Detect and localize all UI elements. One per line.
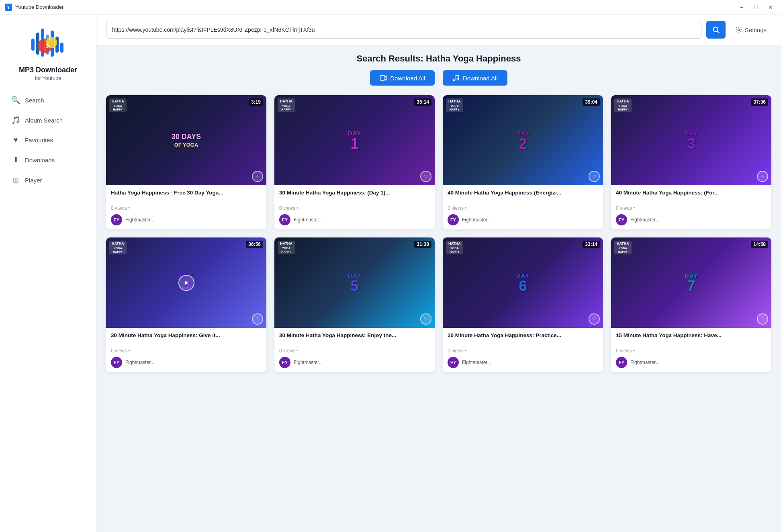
video-card[interactable]: HATHAYOGAHAPPY DAY 3 ♡ 37:36 40 Minute H… (611, 95, 771, 229)
sidebar-item-album-search[interactable]: 🎵 Album Search (5, 111, 91, 129)
video-card[interactable]: HATHAYOGAHAPPY DAY 6 ♡ 33:14 30 Minute H… (443, 237, 603, 372)
card-meta: 0 views • (111, 205, 262, 211)
channel-watermark: ♡ (252, 313, 263, 325)
card-channel: FY Fightmaster... (448, 214, 598, 225)
channel-name: Fightmaster... (125, 217, 155, 223)
video-card[interactable]: HATHAYOGAHAPPY DAY 4 ♡ 36:56 30 Minute H… (106, 237, 266, 372)
card-channel: FY Fightmaster... (616, 357, 767, 368)
app-name: MP3 Downloader (19, 66, 77, 74)
card-channel: FY Fightmaster... (616, 214, 767, 225)
card-title: 40 Minute Hatha Yoga Happiness: (For... (616, 189, 767, 204)
channel-avatar: FY (111, 214, 122, 225)
duration-badge: 31:38 (414, 241, 431, 248)
video-card[interactable]: HATHAYOGAHAPPY DAY 7 ♡ 14:58 15 Minute H… (611, 237, 771, 372)
download-all-music-button[interactable]: Download All (443, 70, 507, 86)
channel-name: Fightmaster... (462, 217, 491, 223)
search-button[interactable] (706, 21, 726, 39)
channel-name: Fightmaster... (462, 360, 491, 365)
video-card[interactable]: HATHAYOGAHAPPY DAY 5 ♡ 31:38 30 Minute H… (274, 237, 435, 372)
card-channel: FY Fightmaster... (279, 214, 430, 225)
card-info: 40 Minute Hatha Yoga Happiness: (For... … (611, 185, 771, 229)
window-controls: − □ ✕ (736, 2, 776, 13)
card-title: 15 Minute Hatha Yoga Happiness: Have... (616, 332, 767, 346)
thumbnail-bg: HATHAYOGAHAPPY DAY 6 ♡ 33:14 (443, 237, 603, 327)
thumbnail: HATHAYOGAHAPPY DAY 2 ♡ 39:04 (443, 95, 603, 185)
card-meta: 0 views • (279, 205, 430, 211)
thumbnail-bg: HATHAYOGAHAPPY DAY 5 ♡ 31:38 (274, 237, 435, 327)
channel-avatar: FY (448, 214, 459, 225)
video-card[interactable]: HATHAYOGAHAPPY DAY 2 ♡ 39:04 40 Minute H… (443, 95, 603, 229)
music-note-icon: 🎵 (11, 116, 20, 125)
svg-text:♪: ♪ (45, 41, 49, 50)
duration-badge: 14:58 (751, 241, 768, 248)
duration-badge: 35:14 (414, 98, 431, 106)
card-info: 30 Minute Hatha Yoga Happiness: (Day 1).… (274, 185, 435, 229)
thumbnail: HATHAYOGAHAPPY 30 DAYS OF YOGA ♡ 3:19 (106, 95, 266, 185)
channel-avatar: FY (616, 357, 627, 368)
sidebar: ♪ MP3 Downloader for Youtube 🔍 Search 🎵 … (0, 14, 96, 532)
card-info: 30 Minute Hatha Yoga Happiness: Enjoy th… (274, 328, 435, 372)
video-card[interactable]: HATHAYOGAHAPPY 30 DAYS OF YOGA ♡ 3:19 Ha… (106, 95, 266, 229)
app-body: ♪ MP3 Downloader for Youtube 🔍 Search 🎵 … (0, 14, 781, 532)
minimize-button[interactable]: − (736, 2, 747, 13)
svg-point-16 (453, 79, 455, 81)
card-info: 30 Minute Hatha Yoga Happiness: Give it.… (106, 328, 266, 372)
video-grid: HATHAYOGAHAPPY 30 DAYS OF YOGA ♡ 3:19 Ha… (106, 95, 771, 372)
sidebar-item-search[interactable]: 🔍 Search (5, 91, 91, 109)
thumbnail: HATHAYOGAHAPPY DAY 4 ♡ 36:56 (106, 237, 266, 327)
play-button-overlay (106, 237, 266, 327)
svg-line-13 (718, 31, 720, 33)
card-meta: 0 views • (448, 348, 598, 354)
channel-name: Fightmaster... (630, 360, 660, 365)
nav-menu: 🔍 Search 🎵 Album Search ♥ Favourites ⬇ D… (0, 91, 96, 191)
channel-watermark: ♡ (420, 313, 431, 325)
thumbnail: HATHAYOGAHAPPY DAY 1 ♡ 35:14 (274, 95, 435, 185)
app-subtitle: for Youtube (35, 75, 61, 81)
channel-watermark: ♡ (757, 313, 768, 325)
channel-avatar: FY (111, 357, 122, 368)
download-actions: Download All Download All (106, 70, 771, 86)
duration-badge: 37:36 (751, 98, 768, 106)
duration-badge: 39:04 (583, 98, 600, 106)
player-icon: ⊞ (11, 176, 20, 184)
results-area: Search Results: Hatha Yoga Happiness Dow… (96, 45, 781, 532)
card-title: 30 Minute Hatha Yoga Happiness: (Day 1).… (279, 189, 430, 204)
content-area: Settings Search Results: Hatha Yoga Happ… (96, 14, 781, 532)
card-info: 15 Minute Hatha Yoga Happiness: Have... … (611, 328, 771, 372)
download-all-video-button[interactable]: Download All (370, 70, 435, 86)
svg-text:Y: Y (7, 5, 10, 10)
maximize-button[interactable]: □ (750, 2, 762, 13)
card-meta: 0 views • (279, 348, 430, 354)
sidebar-item-favourites[interactable]: ♥ Favourites (5, 131, 91, 149)
svg-rect-15 (380, 76, 385, 80)
url-input[interactable] (106, 21, 701, 39)
card-meta: 0 views • (616, 205, 767, 211)
channel-avatar: FY (279, 357, 290, 368)
card-title: 30 Minute Hatha Yoga Happiness: Enjoy th… (279, 332, 430, 346)
settings-button[interactable]: Settings (730, 23, 771, 37)
video-card[interactable]: HATHAYOGAHAPPY DAY 1 ♡ 35:14 30 Minute H… (274, 95, 435, 229)
sidebar-item-label-player: Player (25, 177, 42, 184)
thumbnail-bg: HATHAYOGAHAPPY DAY 7 ♡ 14:58 (611, 237, 771, 327)
app-logo: ♪ (28, 23, 68, 63)
music-icon (452, 74, 460, 82)
sidebar-item-player[interactable]: ⊞ Player (5, 171, 91, 189)
thumbnail-bg: HATHAYOGAHAPPY DAY 1 ♡ 35:14 (274, 95, 435, 185)
thumbnail-bg: HATHAYOGAHAPPY DAY 3 ♡ 37:36 (611, 95, 771, 185)
sidebar-item-label-favourites: Favourites (25, 137, 53, 143)
search-icon-btn (712, 26, 720, 34)
titlebar: Y Youtube Downloader − □ ✕ (0, 0, 781, 14)
duration-badge: 3:19 (249, 98, 263, 106)
channel-avatar: FY (448, 357, 459, 368)
channel-name: Fightmaster... (294, 217, 323, 223)
close-button[interactable]: ✕ (765, 2, 776, 13)
card-title: Hatha Yoga Happiness - Free 30 Day Yoga.… (111, 189, 262, 204)
sidebar-item-downloads[interactable]: ⬇ Downloads (5, 151, 91, 169)
svg-point-12 (713, 27, 718, 32)
card-info: 30 Minute Hatha Yoga Happiness: Practice… (443, 328, 603, 372)
thumbnail: HATHAYOGAHAPPY DAY 6 ♡ 33:14 (443, 237, 603, 327)
card-channel: FY Fightmaster... (279, 357, 430, 368)
channel-avatar: FY (616, 214, 627, 225)
app-icon: Y (5, 4, 12, 11)
download-all-music-label: Download All (463, 75, 498, 82)
